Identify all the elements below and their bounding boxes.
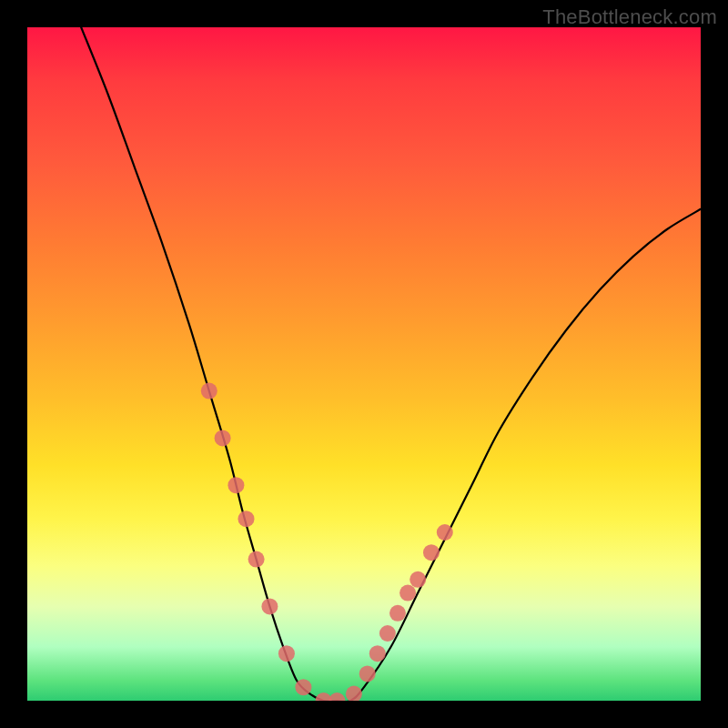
- curve-svg: [27, 27, 701, 701]
- marker-dot: [329, 693, 345, 701]
- marker-dot: [399, 585, 416, 602]
- marker-dot: [423, 544, 440, 561]
- marker-dot: [369, 645, 386, 662]
- marker-dot: [359, 665, 376, 682]
- marker-dot: [228, 477, 244, 493]
- marker-dot: [410, 571, 426, 588]
- marker-dot: [248, 551, 265, 568]
- marker-dot: [437, 524, 453, 541]
- chart-frame: TheBottleneck.com: [0, 0, 728, 728]
- marker-dot: [379, 625, 396, 642]
- marker-dot: [238, 511, 255, 527]
- marker-group: [201, 383, 453, 701]
- bottleneck-curve: [81, 27, 701, 701]
- marker-dot: [389, 605, 406, 622]
- marker-dot: [295, 679, 311, 695]
- marker-dot: [278, 645, 295, 662]
- marker-dot: [201, 383, 217, 399]
- marker-dot: [261, 598, 278, 614]
- watermark-text: TheBottleneck.com: [542, 5, 717, 29]
- marker-dot: [346, 686, 362, 701]
- plot-area: [27, 27, 701, 701]
- marker-dot: [215, 430, 231, 446]
